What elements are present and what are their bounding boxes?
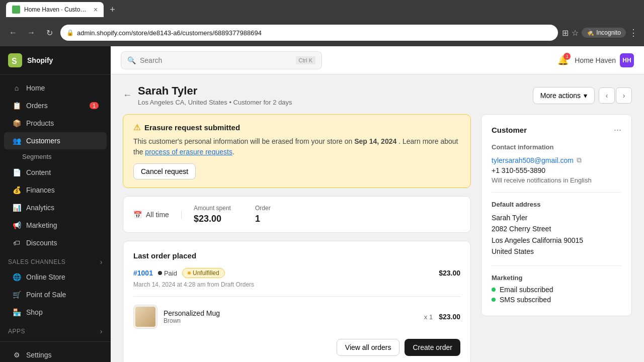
sidebar-label-orders: Orders: [26, 102, 48, 110]
order-actions: View all orders Create order: [133, 339, 460, 356]
sidebar-item-point-of-sale[interactable]: 🛒 Point of Sale: [4, 286, 107, 303]
orders-section-title: Last order placed: [133, 251, 460, 260]
side-card-header: Customer ···: [492, 125, 621, 135]
forward-nav-button[interactable]: →: [24, 26, 38, 40]
sidebar-item-shop[interactable]: 🏪 Shop: [4, 304, 107, 321]
contact-email[interactable]: tylersarah508@gmail.com ⧉: [492, 156, 621, 164]
prev-customer-button[interactable]: ‹: [599, 87, 615, 104]
sidebar-label-shop: Shop: [26, 308, 43, 316]
new-tab-icon[interactable]: +: [110, 5, 115, 15]
sidebar-item-orders[interactable]: 📋 Orders 1: [4, 97, 107, 114]
sidebar-label-products: Products: [26, 119, 54, 127]
order-amount: $23.00: [439, 269, 460, 277]
menu-icon[interactable]: ⋮: [629, 27, 638, 38]
apps-label: Apps ›: [0, 321, 111, 337]
create-order-button[interactable]: Create order: [405, 339, 460, 356]
erasure-date: Sep 14, 2024: [354, 137, 396, 145]
incognito-button[interactable]: 🕵 Incognito: [582, 28, 626, 38]
sidebar-item-content[interactable]: 📄 Content: [4, 164, 107, 181]
back-nav-button[interactable]: ←: [6, 26, 20, 40]
shop-icon: 🏪: [12, 308, 21, 317]
url-text: admin.shopify.com/store/de8143-a6/custom…: [77, 29, 262, 37]
sidebar-label-content: Content: [26, 168, 51, 176]
brand-name: Shopify: [27, 56, 53, 64]
incognito-icon: 🕵: [587, 29, 594, 36]
sidebar-item-analytics[interactable]: 📊 Analytics: [4, 199, 107, 216]
refresh-button[interactable]: ↻: [42, 26, 56, 40]
paid-dot: [158, 271, 162, 275]
product-name: Personalized Mug: [164, 309, 418, 317]
customer-panel-title: Customer: [492, 126, 527, 134]
customers-icon: 👥: [12, 136, 21, 145]
sidebar-item-finances[interactable]: 💰 Finances: [4, 182, 107, 199]
settings-icon: ⚙: [12, 350, 21, 359]
extensions-icon[interactable]: ⊞: [562, 28, 569, 38]
order-number[interactable]: #1001: [133, 269, 153, 277]
fulfillment-badge: Unfulfilled: [182, 268, 225, 278]
address-bar[interactable]: 🔒 admin.shopify.com/store/de8143-a6/cust…: [60, 25, 558, 41]
erasure-link[interactable]: process of erasure requests: [145, 148, 232, 156]
contact-language-note: Will receive notifications in English: [492, 176, 621, 184]
product-thumbnail: [133, 305, 157, 329]
search-bar[interactable]: 🔍 Ctrl K: [121, 51, 322, 69]
calendar-icon: 📅: [133, 211, 142, 219]
tab-close-icon[interactable]: ×: [94, 6, 98, 14]
stats-period: 📅 All time: [133, 211, 182, 219]
bookmark-icon[interactable]: ☆: [572, 28, 579, 38]
more-actions-button[interactable]: More actions ▾: [533, 87, 595, 104]
view-all-orders-button[interactable]: View all orders: [337, 339, 400, 356]
sidebar-item-marketing[interactable]: 📢 Marketing: [4, 217, 107, 234]
order-divider: [133, 296, 460, 297]
product-image: [135, 307, 155, 327]
order-label: Order: [255, 205, 271, 212]
sales-channels-label: Sales channels ›: [0, 252, 111, 268]
sidebar-item-online-store[interactable]: 🌐 Online Store: [4, 268, 107, 286]
stats-card: 📅 All time Amount spent $23.00 Order 1: [123, 196, 471, 233]
svg-text:S: S: [12, 57, 17, 65]
expand-icon: ›: [100, 258, 103, 266]
sidebar-item-products[interactable]: 📦 Products: [4, 115, 107, 132]
content-side: Customer ··· Contact information tylersa…: [481, 114, 632, 362]
marketing-title: Marketing: [492, 274, 621, 282]
sidebar-item-discounts[interactable]: 🏷 Discounts: [4, 234, 107, 251]
browser-controls: ← → ↻ 🔒 admin.shopify.com/store/de8143-a…: [0, 19, 644, 46]
sidebar-subitem-segments[interactable]: Segments: [0, 150, 111, 163]
page-header-actions: More actions ▾ ‹ ›: [533, 87, 632, 104]
browser-titlebar: Home Haven · Customers · Sar × +: [0, 0, 644, 19]
back-button[interactable]: ←: [123, 90, 132, 101]
contact-phone: +1 310-555-3890: [492, 166, 621, 174]
cancel-request-button[interactable]: Cancel request: [133, 163, 196, 179]
address-line1: Sarah Tyler: [492, 212, 621, 223]
next-customer-button[interactable]: ›: [616, 87, 632, 104]
sidebar-label-analytics: Analytics: [26, 204, 54, 212]
sidebar-item-home[interactable]: ⌂ Home: [4, 79, 107, 97]
sidebar-item-settings[interactable]: ⚙ Settings: [4, 346, 107, 362]
amount-value: $23.00: [194, 214, 231, 224]
product-row: Personalized Mug Brown x 1 $23.00: [133, 305, 460, 329]
search-icon: 🔍: [127, 56, 136, 64]
content-icon: 📄: [12, 168, 21, 177]
product-variant: Brown: [164, 317, 418, 324]
topbar: 🔍 Ctrl K 🔔 1 Home Haven HH: [111, 46, 644, 74]
segments-label: Segments: [22, 153, 52, 160]
order-value: 1: [255, 214, 271, 224]
store-button[interactable]: Home Haven HH: [575, 53, 634, 67]
search-input[interactable]: [140, 56, 292, 64]
sidebar-label-pos: Point of Sale: [26, 291, 66, 299]
customer-side-card: Customer ··· Contact information tylersa…: [481, 114, 632, 316]
address-line2: 2082 Cherry Street: [492, 223, 621, 234]
content-main: ⚠ Erasure request submitted This custome…: [123, 114, 471, 362]
notification-button[interactable]: 🔔 1: [557, 55, 569, 66]
product-price: $23.00: [439, 313, 460, 321]
amount-spent-stat: Amount spent $23.00: [182, 205, 243, 224]
browser-tab[interactable]: Home Haven · Customers · Sar ×: [6, 2, 104, 17]
sidebar-item-customers[interactable]: 👥 Customers: [4, 132, 107, 149]
notification-badge: 1: [564, 53, 571, 60]
side-card-menu-icon[interactable]: ···: [614, 125, 621, 135]
nav-arrows: ‹ ›: [599, 87, 632, 104]
contact-section-title: Contact information: [492, 143, 621, 151]
warning-icon: ⚠: [133, 123, 140, 132]
discounts-icon: 🏷: [12, 238, 21, 247]
copy-icon[interactable]: ⧉: [577, 156, 582, 164]
pos-icon: 🛒: [12, 290, 21, 299]
